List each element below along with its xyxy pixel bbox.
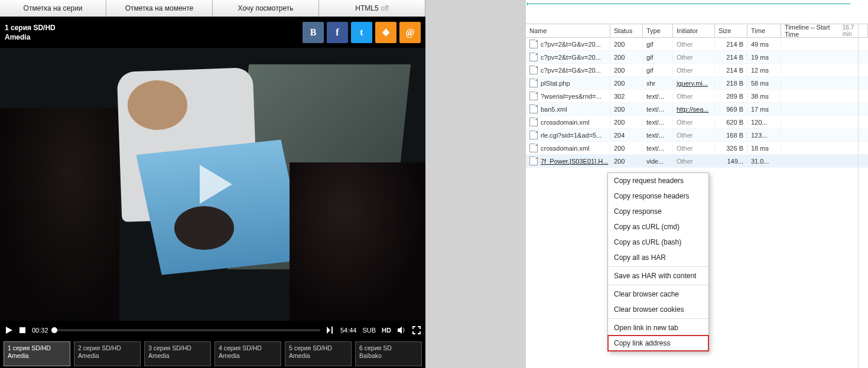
menu-item[interactable]: Copy all as HAR xyxy=(608,250,708,265)
context-menu: Copy request headersCopy response header… xyxy=(607,172,709,351)
file-icon xyxy=(529,144,538,152)
stop-button[interactable] xyxy=(19,327,26,334)
cell-time: 58 ms xyxy=(747,80,781,87)
menu-item[interactable]: Copy request headers xyxy=(608,173,708,188)
cell-type: xhr xyxy=(643,80,673,87)
cell-size: 214 B xyxy=(715,67,747,74)
cell-initiator[interactable]: jquery.mi... xyxy=(673,80,715,87)
volume-button[interactable] xyxy=(397,326,407,334)
seek-track[interactable] xyxy=(54,329,320,331)
cell-size: 168 B xyxy=(715,132,747,139)
seek-thumb[interactable] xyxy=(51,327,57,333)
cell-size: 326 B xyxy=(715,145,747,152)
network-row[interactable]: c?pv=2&t=G&v=20...200gifOther214 B49 ms xyxy=(526,38,868,51)
menu-item[interactable]: Open link in new tab xyxy=(608,320,708,336)
tab-moment-mark[interactable]: Отметка на моменте xyxy=(106,0,213,17)
col-name[interactable]: Name xyxy=(526,24,610,37)
network-row[interactable]: c?pv=2&t=G&v=20...200gifOther214 B19 ms xyxy=(526,51,868,64)
share-ok-button[interactable]: ❖ xyxy=(375,22,396,43)
play-small-button[interactable] xyxy=(5,326,13,334)
cell-status: 200 xyxy=(610,80,643,87)
col-initiator[interactable]: Initiator xyxy=(673,24,715,37)
menu-item[interactable]: Clear browser cookies xyxy=(608,302,708,317)
episode-source: Amedia xyxy=(78,352,136,360)
cell-initiator: Other xyxy=(673,132,715,139)
network-row[interactable]: 7f_Power.[S03E01].H...200vide...Other149… xyxy=(526,155,868,168)
cell-time: 123... xyxy=(747,132,781,139)
control-bar: 00:32 54:44 SUB HD xyxy=(0,321,425,340)
svg-marker-5 xyxy=(398,327,402,334)
menu-item[interactable]: Clear browser cache xyxy=(608,286,708,302)
menu-item[interactable]: Copy as cURL (cmd) xyxy=(608,219,708,235)
video-area[interactable] xyxy=(0,48,425,321)
subtitle-toggle[interactable]: SUB xyxy=(362,327,376,334)
fullscreen-icon xyxy=(412,326,421,334)
cell-initiator[interactable]: http://sea... xyxy=(673,106,715,113)
play-button[interactable] xyxy=(180,152,245,217)
col-timeline-label: Timeline – Start Time xyxy=(785,24,843,38)
network-row[interactable]: c?pv=2&t=G&v=20...200gifOther214 B12 ms xyxy=(526,64,868,77)
next-button[interactable] xyxy=(326,326,334,334)
cell-name: c?pv=2&t=G&v=20... xyxy=(526,53,610,61)
network-row[interactable]: rle.cgi?sid=1&ad=5...204text/...Other168… xyxy=(526,129,868,142)
col-size[interactable]: Size xyxy=(715,24,747,37)
scrollbar[interactable] xyxy=(858,24,868,368)
episode-title: 4 серия SD/HD xyxy=(219,344,277,352)
cell-time: 18 ms xyxy=(747,145,781,152)
col-type[interactable]: Type xyxy=(643,24,673,37)
menu-item[interactable]: Copy response headers xyxy=(608,188,708,204)
share-vk-button[interactable]: B xyxy=(303,22,324,43)
menu-item[interactable]: Copy response xyxy=(608,204,708,219)
timeline-overview[interactable] xyxy=(526,0,868,24)
tab-want-watch[interactable]: Хочу посмотреть xyxy=(213,0,319,17)
episode-source: Baibako xyxy=(359,352,418,360)
network-row[interactable]: crossdomain.xml200text/...Other620 B120.… xyxy=(526,116,868,129)
cell-status: 200 xyxy=(610,119,643,126)
duration: 54:44 xyxy=(340,327,357,334)
share-fb-button[interactable]: f xyxy=(327,22,348,43)
episode-title: 3 серия SD/HD xyxy=(148,344,207,352)
episode-tile-1[interactable]: 1 серия SD/HDAmedia xyxy=(4,341,70,366)
file-icon xyxy=(529,53,538,61)
header-strip: 1 серия SD/HD Amedia B f t ❖ @ xyxy=(0,17,425,48)
social-buttons: B f t ❖ @ xyxy=(303,22,421,43)
cell-size: 218 B xyxy=(715,80,747,87)
request-name: rle.cgi?sid=1&ad=5... xyxy=(541,132,602,139)
cell-type: text/... xyxy=(643,106,673,113)
play-icon xyxy=(180,152,245,217)
network-row[interactable]: crossdomain.xml200text/...Other326 B18 m… xyxy=(526,142,868,155)
col-status[interactable]: Status xyxy=(610,24,643,37)
menu-item[interactable]: Copy as cURL (bash) xyxy=(608,235,708,250)
tab-series-mark[interactable]: Отметка на серии xyxy=(0,0,106,17)
network-row[interactable]: plStat.php200xhrjquery.mi...218 B58 ms xyxy=(526,77,868,90)
cell-status: 200 xyxy=(610,67,643,74)
menu-item[interactable]: Copy link address xyxy=(608,336,708,351)
network-row[interactable]: ?wserial=yes&rnd=...302text/...Other289 … xyxy=(526,90,868,103)
col-timeline[interactable]: Timeline – Start Time16.7 min xyxy=(781,24,868,37)
cell-initiator: Other xyxy=(673,67,715,74)
cell-type: gif xyxy=(643,54,673,61)
cell-status: 200 xyxy=(610,106,643,113)
svg-marker-0 xyxy=(200,165,232,204)
episode-title: 6 серия SD xyxy=(359,344,418,352)
fullscreen-button[interactable] xyxy=(412,326,421,334)
network-row[interactable]: ban5.xml200text/...http://sea...969 B17 … xyxy=(526,103,868,116)
episode-tile-3[interactable]: 3 серия SD/HDAmedia xyxy=(144,341,211,366)
tab-html5-label: HTML5 xyxy=(355,4,378,12)
header-line1: 1 серия SD/HD xyxy=(5,23,56,32)
share-twitter-button[interactable]: t xyxy=(351,22,372,43)
cell-time: 31.0... xyxy=(747,158,781,165)
tab-html5[interactable]: HTML5off xyxy=(319,0,425,17)
hd-toggle[interactable]: HD xyxy=(382,327,391,334)
cell-size: 289 B xyxy=(715,93,747,100)
share-mail-button[interactable]: @ xyxy=(399,22,421,43)
episode-tile-4[interactable]: 4 серия SD/HDAmedia xyxy=(214,341,281,366)
episode-tile-2[interactable]: 2 серия SD/HDAmedia xyxy=(74,341,141,366)
episode-tile-6[interactable]: 6 серия SDBaibako xyxy=(355,341,422,366)
cell-initiator: Other xyxy=(673,41,715,48)
cell-type: text/... xyxy=(643,132,673,139)
menu-item[interactable]: Save as HAR with content xyxy=(608,268,708,284)
col-time[interactable]: Time xyxy=(747,24,781,37)
episode-tile-5[interactable]: 5 серия SD/HDAmedia xyxy=(285,341,352,366)
cell-status: 200 xyxy=(610,54,643,61)
